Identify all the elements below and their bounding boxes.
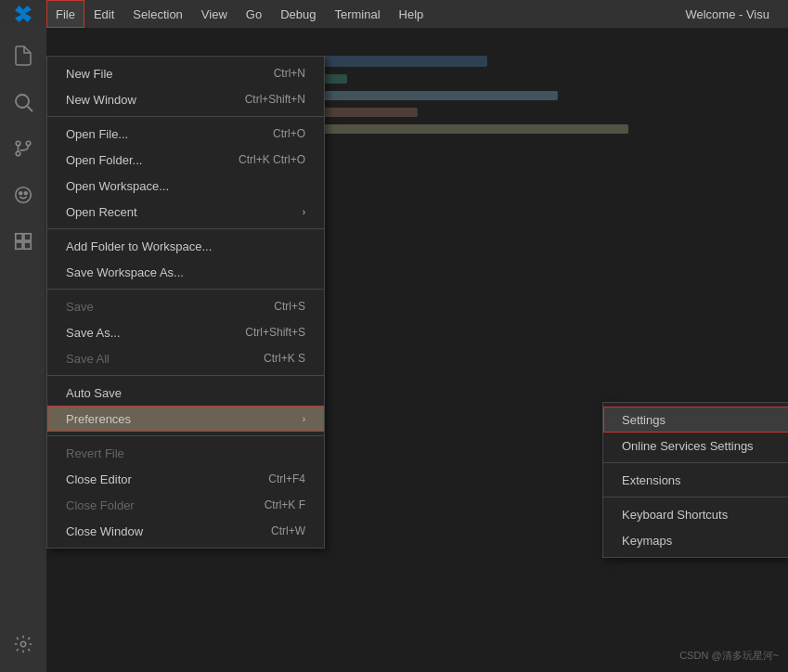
separator-5 <box>47 435 324 436</box>
main-layout: New File Ctrl+N New Window Ctrl+Shift+N … <box>0 28 788 672</box>
menu-close-folder: Close Folder Ctrl+K F <box>47 492 324 518</box>
file-menu-dropdown: New File Ctrl+N New Window Ctrl+Shift+N … <box>46 56 325 549</box>
svg-rect-10 <box>24 234 31 240</box>
svg-point-6 <box>16 187 32 203</box>
menu-terminal[interactable]: Terminal <box>325 0 389 28</box>
menu-debug[interactable]: Debug <box>271 0 325 28</box>
menu-save: Save Ctrl+S <box>47 293 324 319</box>
menu-open-workspace[interactable]: Open Workspace... <box>47 173 324 199</box>
menu-file[interactable]: File <box>46 0 84 28</box>
menu-open-recent[interactable]: Open Recent › <box>47 199 324 225</box>
dropdown-container: New File Ctrl+N New Window Ctrl+Shift+N … <box>46 56 325 549</box>
manage-icon[interactable] <box>0 621 46 667</box>
title-bar: File Edit Selection View Go Debug Termin… <box>0 0 788 28</box>
submenu-keyboard-shortcuts[interactable]: Keyboard Shortcuts Ctrl+K Ctrl+S <box>603 501 788 527</box>
files-icon[interactable] <box>0 32 46 79</box>
preferences-submenu-panel: Settings Ctrl+, Online Services Settings <box>602 402 788 558</box>
menu-go[interactable]: Go <box>237 0 271 28</box>
svg-point-3 <box>16 151 20 156</box>
window-title: Welcome - Visu <box>685 7 769 21</box>
submenu-online-services[interactable]: Online Services Settings <box>603 433 788 459</box>
menu-new-window[interactable]: New Window Ctrl+Shift+N <box>47 86 324 112</box>
menu-open-file[interactable]: Open File... Ctrl+O <box>47 121 324 147</box>
menu-save-workspace-as[interactable]: Save Workspace As... <box>47 259 324 285</box>
menu-save-all: Save All Ctrl+K S <box>47 345 324 371</box>
svg-point-8 <box>24 192 27 195</box>
submenu-extensions[interactable]: Extensions Ctrl+Shift+X <box>603 467 788 493</box>
svg-point-4 <box>26 141 31 146</box>
menu-save-as[interactable]: Save As... Ctrl+Shift+S <box>47 319 324 345</box>
vscode-icon <box>0 5 46 23</box>
separator-1 <box>47 116 324 117</box>
svg-point-13 <box>20 641 26 647</box>
svg-rect-12 <box>24 242 31 249</box>
submenu-settings[interactable]: Settings Ctrl+, <box>603 407 788 433</box>
menu-preferences[interactable]: Preferences › Settings Ctrl+, O <box>47 406 324 432</box>
svg-rect-9 <box>16 234 22 240</box>
menu-edit[interactable]: Edit <box>84 0 123 28</box>
menu-close-editor[interactable]: Close Editor Ctrl+F4 <box>47 466 324 492</box>
activity-bar <box>0 28 46 672</box>
menu-view[interactable]: View <box>192 0 237 28</box>
menu-help[interactable]: Help <box>390 0 433 28</box>
search-icon[interactable] <box>0 79 46 125</box>
menu-bar: File Edit Selection View Go Debug Termin… <box>46 0 433 28</box>
menu-auto-save[interactable]: Auto Save <box>47 380 324 406</box>
menu-new-file[interactable]: New File Ctrl+N <box>47 60 324 86</box>
content-area: New File Ctrl+N New Window Ctrl+Shift+N … <box>46 28 788 672</box>
submenu-keymaps[interactable]: Keymaps Ctrl+K Ctrl+M <box>603 527 788 553</box>
submenu-sep-2 <box>603 497 788 498</box>
menu-revert-file: Revert File <box>47 440 324 466</box>
menu-open-folder[interactable]: Open Folder... Ctrl+K Ctrl+O <box>47 147 324 173</box>
svg-rect-11 <box>16 242 22 249</box>
submenu-sep-1 <box>603 462 788 463</box>
menu-close-window[interactable]: Close Window Ctrl+W <box>47 518 324 544</box>
svg-point-2 <box>16 141 20 146</box>
separator-4 <box>47 375 324 376</box>
source-control-icon[interactable] <box>0 125 46 172</box>
svg-point-7 <box>19 192 22 195</box>
debug-icon[interactable] <box>0 172 46 218</box>
svg-point-0 <box>16 95 29 108</box>
separator-2 <box>47 228 324 229</box>
watermark: CSDN @清多玩星河~ <box>679 649 779 663</box>
separator-3 <box>47 289 324 290</box>
menu-selection[interactable]: Selection <box>123 0 191 28</box>
svg-line-1 <box>28 107 33 112</box>
menu-add-folder[interactable]: Add Folder to Workspace... <box>47 233 324 259</box>
extensions-icon[interactable] <box>0 218 46 265</box>
